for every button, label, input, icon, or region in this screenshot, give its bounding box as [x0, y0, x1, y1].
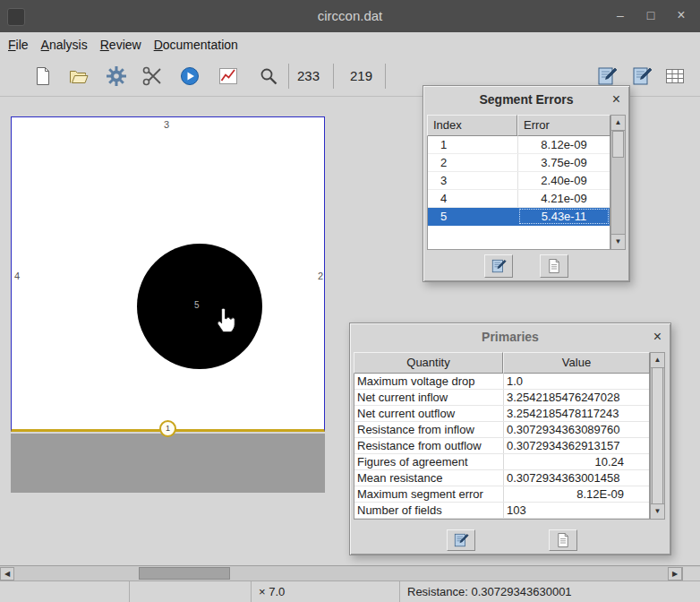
value-cell: 3.2542185476247028 [504, 390, 649, 405]
toolbar-number-1: 233 [297, 56, 320, 96]
index-cell: 5 [428, 208, 518, 225]
open-file-button[interactable] [68, 65, 90, 87]
toolbar-separator [288, 64, 289, 89]
menu-item-analysis[interactable]: Analysis [35, 35, 94, 55]
primaries-row[interactable]: Mean resistance0.3072934363001458 [354, 470, 649, 486]
value-cell: 8.12E-09 [504, 486, 649, 502]
toolbar-separator [385, 64, 386, 89]
dialog-titlebar[interactable]: Segment Errors × [423, 86, 629, 113]
open-folder-icon [68, 65, 90, 87]
status-section-1 [0, 581, 130, 602]
zoom-section: × 7.0 [252, 581, 400, 602]
search-button[interactable] [258, 65, 279, 87]
primaries-row[interactable]: Resistance from outflow0.307293436291315… [354, 438, 649, 454]
report-button[interactable] [549, 529, 577, 551]
value-cell: 0.3072934362913157 [504, 438, 649, 453]
export-icon [453, 532, 469, 548]
value-cell: 0.3072934363089760 [504, 422, 649, 437]
search-icon [258, 65, 279, 87]
scroll-up-button[interactable]: ▲ [651, 353, 664, 368]
primaries-row[interactable]: Maximum segment error8.12E-09 [354, 486, 649, 503]
column-header-index[interactable]: Index [427, 115, 517, 136]
export-button[interactable] [447, 529, 475, 551]
scroll-down-button[interactable]: ▼ [651, 503, 664, 519]
close-button[interactable]: × [668, 0, 695, 32]
dialog-close-button[interactable]: × [653, 323, 662, 350]
segment-error-row[interactable]: 32.40e-09 [428, 172, 610, 190]
primaries-row[interactable]: Net current inflow3.2542185476247028 [354, 390, 649, 406]
quantity-cell: Net current inflow [354, 390, 504, 405]
ground-region [11, 434, 325, 493]
menu-item-documentation[interactable]: Documentation [148, 35, 244, 55]
gear-icon [106, 65, 127, 87]
menu-item-review[interactable]: Review [94, 35, 148, 55]
conductor-circle[interactable] [137, 244, 262, 369]
segment-error-row[interactable]: 23.75e-09 [428, 154, 610, 172]
segment-label-left: 4 [14, 271, 20, 281]
dialog-titlebar[interactable]: Primaries × [350, 323, 670, 350]
left-arrow-icon: ◀ [4, 570, 10, 578]
menu-bar: FileAnalysisReviewDocumentation [0, 32, 700, 56]
dialog-title: Segment Errors [423, 86, 629, 113]
scrollbar-thumb[interactable] [652, 367, 663, 506]
primaries-row[interactable]: Resistance from inflow0.3072934363089760 [354, 422, 649, 438]
export-icon [491, 258, 507, 274]
error-cell: 8.12e-09 [518, 136, 610, 153]
column-header-value[interactable]: Value [503, 352, 650, 374]
index-cell: 1 [428, 136, 518, 153]
dialog-close-button[interactable]: × [612, 86, 620, 113]
segment-error-row[interactable]: 55.43e-11 [428, 208, 610, 226]
dialog-title: Primaries [350, 323, 670, 350]
settings-button[interactable] [106, 65, 127, 87]
vertical-scrollbar[interactable]: ▲ ▼ [650, 352, 665, 520]
primaries-dialog: Primaries × Quantity Value Maximum volta… [349, 322, 671, 555]
quantity-cell: Number of fields [354, 503, 504, 518]
segment-error-row[interactable]: 44.21e-09 [428, 190, 610, 208]
run-button[interactable] [179, 65, 201, 87]
scroll-right-button[interactable]: ▶ [668, 567, 682, 580]
segment-label-center: 5 [194, 300, 200, 310]
scroll-left-button[interactable]: ◀ [0, 567, 14, 580]
table-header: Quantity Value [354, 352, 665, 374]
value-cell: 1.0 [504, 374, 649, 389]
up-arrow-icon: ▲ [615, 118, 622, 126]
new-document-button[interactable] [32, 65, 54, 87]
right-arrow-icon: ▶ [672, 570, 678, 578]
horizontal-scrollbar[interactable]: ◀ ▶ [0, 565, 700, 580]
report-button[interactable] [540, 254, 568, 278]
export-button-1[interactable] [596, 65, 618, 87]
index-cell: 3 [428, 172, 518, 189]
column-header-error[interactable]: Error [517, 115, 610, 136]
scroll-up-button[interactable]: ▲ [611, 116, 625, 131]
drawing-canvas[interactable]: 3 4 2 5 1 [11, 116, 325, 432]
maximize-button[interactable]: □ [637, 0, 664, 32]
error-cell: 2.40e-09 [518, 172, 610, 189]
h-scrollbar-thumb[interactable] [139, 567, 230, 580]
primaries-row[interactable]: Maximum voltage drop1.0 [354, 374, 649, 390]
cut-button[interactable] [141, 65, 163, 87]
error-cell: 3.75e-09 [518, 154, 610, 171]
export-button[interactable] [484, 254, 513, 278]
primaries-row[interactable]: Figures of agreement10.24 [354, 454, 649, 470]
segment-error-row[interactable]: 18.12e-09 [428, 136, 610, 154]
grid-button[interactable] [664, 65, 686, 87]
segment-label-right: 2 [318, 271, 323, 281]
column-header-quantity[interactable]: Quantity [354, 352, 503, 374]
table-header: Index Error [427, 115, 626, 136]
menu-item-file[interactable]: File [2, 35, 35, 55]
export-icon [631, 65, 653, 87]
minimize-button[interactable]: – [607, 0, 634, 32]
quantity-cell: Net current outflow [354, 406, 504, 421]
table-body: 18.12e-0923.75e-0932.40e-0944.21e-0955.4… [427, 136, 610, 250]
scroll-down-button[interactable]: ▼ [611, 234, 625, 249]
primaries-row[interactable]: Number of fields103 [354, 503, 649, 519]
window-titlebar[interactable]: circcon.dat – □ × [0, 0, 700, 32]
export-button-2[interactable] [631, 65, 653, 87]
scrollbar-thumb[interactable] [612, 131, 624, 158]
status-section-2 [130, 581, 252, 602]
chart-button[interactable] [218, 65, 239, 87]
down-arrow-icon: ▼ [654, 507, 662, 515]
scissors-icon [141, 65, 163, 87]
vertical-scrollbar[interactable]: ▲ ▼ [610, 115, 626, 250]
primaries-row[interactable]: Net current outflow3.2542185478117243 [354, 406, 649, 422]
